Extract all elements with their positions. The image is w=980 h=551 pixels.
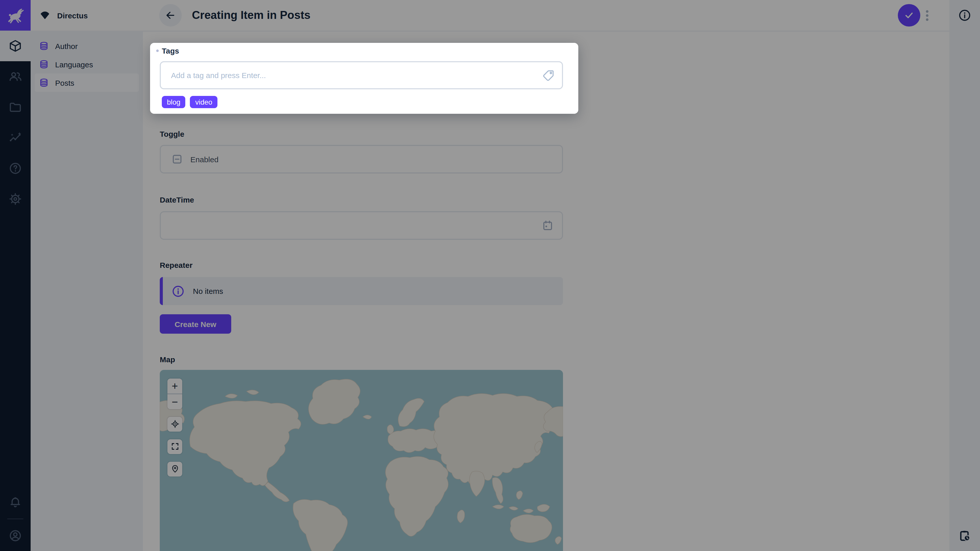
tags-label-row: Tags — [156, 46, 179, 55]
app: Directus Author Languages — [0, 0, 980, 551]
tag-chip[interactable]: blog — [162, 96, 186, 108]
tags-field-label: Tags — [162, 46, 179, 55]
tags-input-wrap — [160, 61, 563, 89]
tags-field-card: Tags blog video — [150, 43, 578, 114]
tags-chip-list: blog video — [162, 96, 218, 108]
tags-input[interactable] — [161, 62, 562, 88]
tag-icon — [542, 69, 555, 82]
edited-dot-indicator — [156, 49, 159, 52]
tag-chip[interactable]: video — [190, 96, 218, 108]
